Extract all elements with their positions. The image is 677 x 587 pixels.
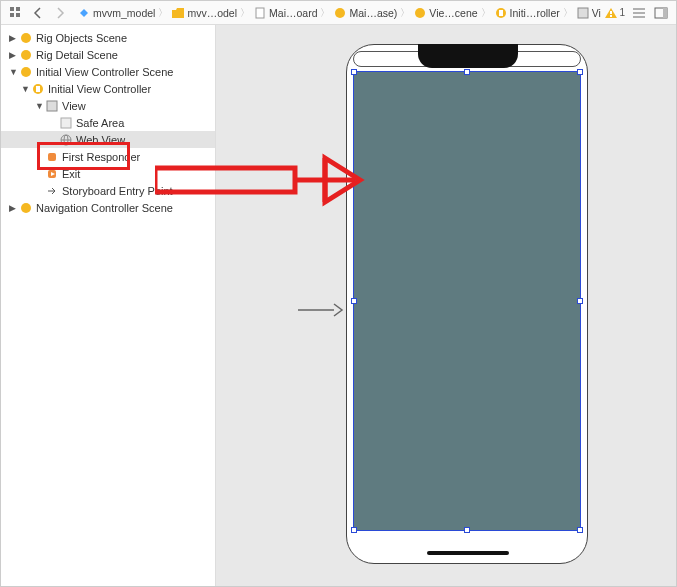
view-item[interactable]: ▼ View (1, 97, 215, 114)
scene-initial[interactable]: ▼ Initial View Controller Scene (1, 63, 215, 80)
warning-icon[interactable]: 1 (602, 3, 627, 23)
exit-icon (45, 167, 59, 181)
svg-rect-8 (499, 10, 503, 16)
svg-rect-0 (10, 7, 14, 11)
scene-icon (19, 201, 33, 215)
crumb-scene[interactable]: Vie…cene (411, 6, 479, 20)
resize-handle[interactable] (577, 298, 583, 304)
crumb-project[interactable]: mvvm_model (75, 6, 157, 20)
crumb-vc[interactable]: Initi…roller (492, 6, 562, 20)
scene-icon (19, 31, 33, 45)
scene-rig-detail[interactable]: ▶ Rig Detail Scene (1, 46, 215, 63)
vc-icon (31, 82, 45, 96)
toolbar-right: 1 (601, 3, 672, 23)
view-icon (45, 99, 59, 113)
document-outline: ▶ Rig Objects Scene ▶ Rig Detail Scene ▼… (1, 25, 216, 586)
vc-initial[interactable]: ▼ Initial View Controller (1, 80, 215, 97)
outline-toggle-icon[interactable] (629, 3, 649, 23)
svg-rect-1 (16, 7, 20, 11)
nav-forward-icon[interactable] (50, 3, 70, 23)
scene-nav[interactable]: ▶ Navigation Controller Scene (1, 199, 215, 216)
svg-rect-3 (16, 13, 20, 17)
home-indicator (427, 551, 509, 555)
webview-icon (59, 133, 73, 147)
safe-area-item[interactable]: Safe Area (1, 114, 215, 131)
svg-point-5 (335, 8, 345, 18)
crumb-sep: 〉 (481, 6, 491, 20)
scene-icon (19, 65, 33, 79)
first-responder-icon (45, 150, 59, 164)
disclosure-triangle-icon[interactable]: ▼ (9, 67, 19, 77)
ib-canvas[interactable] (216, 25, 676, 586)
resize-handle[interactable] (577, 527, 583, 533)
device-notch (418, 44, 518, 68)
disclosure-triangle-icon[interactable]: ▼ (35, 101, 45, 111)
svg-rect-23 (47, 101, 57, 111)
svg-point-30 (21, 203, 31, 213)
svg-rect-9 (578, 8, 588, 18)
resize-handle[interactable] (351, 69, 357, 75)
resize-handle[interactable] (464, 527, 470, 533)
webview-canvas[interactable] (353, 71, 581, 531)
adjust-editor-icon[interactable] (651, 3, 671, 23)
svg-rect-4 (256, 8, 264, 18)
svg-rect-24 (61, 118, 71, 128)
resize-handle[interactable] (351, 527, 357, 533)
disclosure-triangle-icon[interactable]: ▶ (9, 50, 19, 60)
svg-rect-11 (610, 11, 612, 14)
editor-body: ▶ Rig Objects Scene ▶ Rig Detail Scene ▼… (1, 25, 676, 586)
jump-bar: mvvm_model 〉 mvv…odel 〉 Mai…oard 〉 Mai…a… (75, 6, 601, 20)
web-view-item[interactable]: Web View (1, 131, 215, 148)
safe-area-icon (59, 116, 73, 130)
disclosure-triangle-icon[interactable]: ▶ (9, 203, 19, 213)
crumb-group[interactable]: mvv…odel (169, 6, 239, 20)
crumb-view[interactable]: View (574, 6, 602, 20)
crumb-base[interactable]: Mai…ase) (331, 6, 399, 20)
crumb-sep: 〉 (320, 6, 330, 20)
resize-handle[interactable] (577, 69, 583, 75)
svg-point-6 (415, 8, 425, 18)
device-frame[interactable] (346, 44, 588, 564)
entry-point-arrow-icon[interactable] (298, 300, 344, 320)
crumb-sep: 〉 (563, 6, 573, 20)
svg-rect-28 (48, 153, 56, 161)
svg-point-19 (21, 50, 31, 60)
exit-item[interactable]: Exit (1, 165, 215, 182)
svg-point-18 (21, 33, 31, 43)
nav-toolbar: mvvm_model 〉 mvv…odel 〉 Mai…oard 〉 Mai…a… (1, 1, 676, 25)
disclosure-triangle-icon[interactable]: ▶ (9, 33, 19, 43)
first-responder-item[interactable]: First Responder (1, 148, 215, 165)
arrow-right-icon (45, 184, 59, 198)
crumb-storyboard[interactable]: Mai…oard (251, 6, 319, 20)
crumb-sep: 〉 (240, 6, 250, 20)
svg-rect-2 (10, 13, 14, 17)
svg-rect-12 (610, 15, 612, 17)
disclosure-triangle-icon[interactable]: ▼ (21, 84, 31, 94)
crumb-sep: 〉 (158, 6, 168, 20)
nav-back-icon[interactable] (28, 3, 48, 23)
resize-handle[interactable] (464, 69, 470, 75)
svg-point-20 (21, 67, 31, 77)
entry-point-item[interactable]: Storyboard Entry Point (1, 182, 215, 199)
scene-icon (19, 48, 33, 62)
svg-rect-17 (663, 8, 667, 18)
svg-rect-22 (36, 86, 40, 92)
related-items-icon[interactable] (6, 3, 26, 23)
resize-handle[interactable] (351, 298, 357, 304)
crumb-sep: 〉 (400, 6, 410, 20)
scene-rig-objects[interactable]: ▶ Rig Objects Scene (1, 29, 215, 46)
